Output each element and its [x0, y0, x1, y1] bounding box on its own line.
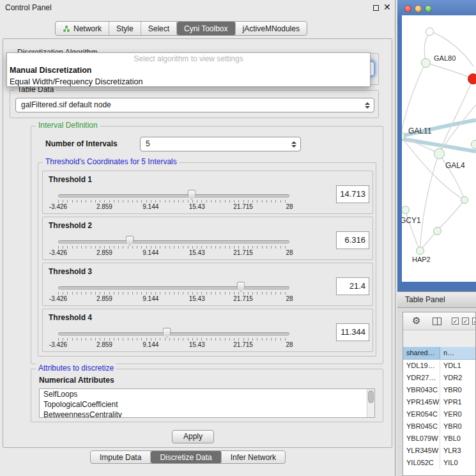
- node-label-gcy1: GCY1: [402, 216, 421, 225]
- slider-thumb[interactable]: [163, 328, 171, 338]
- cell[interactable]: YLR3: [440, 445, 475, 457]
- cell[interactable]: YBR0: [440, 420, 475, 433]
- tab-select-label: Select: [148, 24, 169, 33]
- mac-minimize-button[interactable]: [415, 5, 422, 12]
- cell[interactable]: YBL079W: [403, 433, 440, 445]
- cell[interactable]: YBR045C: [403, 420, 440, 433]
- cell[interactable]: YDR2: [440, 372, 475, 384]
- network-node[interactable]: [426, 27, 434, 36]
- cell[interactable]: YLR345W: [403, 445, 440, 457]
- list-item[interactable]: BetweennessCentrality: [40, 410, 374, 418]
- cell[interactable]: YDR27…: [403, 372, 440, 384]
- threshold-3-slider[interactable]: -3.426 2.859 9.144 15.43 21.715 28: [58, 284, 289, 305]
- threshold-1-slider[interactable]: -3.426 2.859 9.144 15.43 21.715 28: [58, 192, 289, 213]
- columns-icon[interactable]: [433, 318, 441, 325]
- table-row[interactable]: YPR145WYPR1: [403, 396, 475, 408]
- list-scrollbar[interactable]: [367, 389, 374, 417]
- tick-label: 15.43: [189, 341, 205, 348]
- table-row[interactable]: YLR345WYLR3: [403, 445, 475, 457]
- table-row[interactable]: YDL19…YDL1: [403, 360, 475, 372]
- table-row[interactable]: YBR045CYBR0: [403, 420, 475, 433]
- threshold-2-slider[interactable]: -3.426 2.859 9.144 15.43 21.715 28: [58, 238, 289, 259]
- slider-thumb[interactable]: [236, 282, 245, 292]
- tab-select[interactable]: Select: [141, 22, 177, 35]
- tab-cyni-toolbox-label: Cyni Toolbox: [184, 24, 227, 33]
- threshold-4-value-field[interactable]: 11.344: [336, 323, 369, 341]
- threshold-3-value-field[interactable]: 21.4: [336, 277, 369, 295]
- network-node-gal80[interactable]: [421, 58, 431, 68]
- column-header-name[interactable]: n…: [440, 347, 475, 359]
- threshold-1-panel: Threshold 1 -3.426 2.859 9.144 15.43 21.…: [42, 171, 373, 214]
- list-item[interactable]: TopologicalCoefficient: [40, 399, 374, 410]
- tab-discretize-data[interactable]: Discretize Data: [151, 451, 221, 463]
- cell[interactable]: YER054C: [403, 408, 440, 420]
- numerical-attributes-list[interactable]: SelfLoops TopologicalCoefficient Between…: [39, 388, 375, 418]
- network-node[interactable]: [433, 227, 441, 235]
- slider-track[interactable]: [58, 194, 289, 197]
- table-row[interactable]: YER054CYER0: [403, 408, 475, 420]
- tab-infer-network[interactable]: Infer Network: [222, 451, 285, 463]
- network-node[interactable]: [471, 140, 476, 149]
- table-row[interactable]: YDR27…YDR2: [403, 372, 475, 384]
- threshold-1-value-field[interactable]: 14.713: [336, 185, 369, 203]
- slider-thumb[interactable]: [187, 190, 196, 200]
- cell[interactable]: YER0: [440, 408, 475, 420]
- gear-icon[interactable]: ⚙: [412, 315, 420, 326]
- table-data-combo-value: galFiltered.sif default node: [21, 100, 111, 109]
- mac-close-button[interactable]: [404, 5, 411, 12]
- cell[interactable]: YBR0: [440, 384, 475, 396]
- tick-label: -3.426: [49, 249, 67, 256]
- node-label-gal80: GAL80: [434, 54, 456, 62]
- cell[interactable]: YPR145W: [403, 396, 440, 408]
- column-header-shared-name[interactable]: shared…: [403, 347, 440, 359]
- dropdown-placeholder-option[interactable]: Select algorithm to view settings: [7, 54, 370, 65]
- mac-zoom-button[interactable]: [425, 5, 432, 12]
- threshold-2-value-field[interactable]: 6.316: [336, 231, 369, 249]
- slider-track[interactable]: [58, 332, 289, 335]
- list-item[interactable]: SelfLoops: [40, 389, 374, 399]
- tick-label: 2.859: [96, 341, 112, 348]
- network-canvas[interactable]: GAL80 GAL11 GAL4 GCY1 HAP2: [402, 15, 476, 282]
- table-row[interactable]: YBL079WYBL0: [403, 433, 475, 445]
- apply-button[interactable]: Apply: [172, 430, 214, 443]
- tab-jactivemnodules[interactable]: jActiveMNodules: [236, 22, 307, 35]
- table-row[interactable]: YBR043CYBR0: [403, 384, 475, 396]
- network-node-hap2[interactable]: [416, 247, 424, 255]
- tick-label: 15.43: [189, 295, 205, 302]
- tab-cyni-toolbox[interactable]: Cyni Toolbox: [177, 22, 235, 35]
- cell[interactable]: YBL0: [440, 433, 475, 445]
- network-node[interactable]: [461, 196, 468, 204]
- network-node-selected-red[interactable]: [468, 73, 476, 84]
- network-node-gal4[interactable]: [434, 148, 445, 159]
- node-label-gal4: GAL4: [445, 161, 465, 170]
- tab-network[interactable]: Network: [56, 22, 109, 35]
- threshold-4-slider[interactable]: -3.426 2.859 9.144 15.43 21.715 28: [58, 330, 289, 351]
- dropdown-option-equal-width[interactable]: Equal Width/Frequency Discretization: [7, 76, 370, 88]
- slider-track[interactable]: [58, 286, 289, 289]
- tab-style[interactable]: Style: [109, 22, 141, 35]
- number-of-intervals-combo[interactable]: 5: [140, 137, 301, 151]
- checkbox-icon[interactable]: ✓: [472, 318, 476, 325]
- table-row[interactable]: YIL052CYIL0: [403, 457, 475, 469]
- slider-ticks: [58, 338, 289, 341]
- checkbox-icon[interactable]: ✓: [452, 318, 459, 325]
- slider-track[interactable]: [58, 240, 289, 243]
- cell[interactable]: YBR043C: [403, 384, 440, 396]
- scrollbar-thumb[interactable]: [368, 390, 374, 403]
- cell[interactable]: YIL052C: [403, 457, 440, 469]
- tab-impute-data[interactable]: Impute Data: [91, 451, 151, 463]
- float-window-icon[interactable]: [373, 5, 379, 11]
- cell[interactable]: YDL19…: [403, 360, 440, 372]
- combo-stepper-icon: [365, 102, 370, 109]
- slider-tick-labels: -3.426 2.859 9.144 15.43 21.715 28: [58, 203, 289, 211]
- close-icon[interactable]: ✕: [383, 2, 391, 12]
- cell[interactable]: YDL1: [440, 360, 475, 372]
- tick-label: 2.859: [96, 203, 112, 210]
- checkbox-icon[interactable]: ✓: [462, 318, 469, 325]
- table-data-combo[interactable]: galFiltered.sif default node: [15, 98, 374, 112]
- numerical-attributes-label: Numerical Attributes: [39, 376, 114, 385]
- dropdown-option-manual-discretization[interactable]: Manual Discretization: [7, 65, 370, 76]
- cell[interactable]: YIL0: [440, 457, 475, 469]
- slider-thumb[interactable]: [126, 236, 134, 246]
- cell[interactable]: YPR1: [440, 396, 475, 408]
